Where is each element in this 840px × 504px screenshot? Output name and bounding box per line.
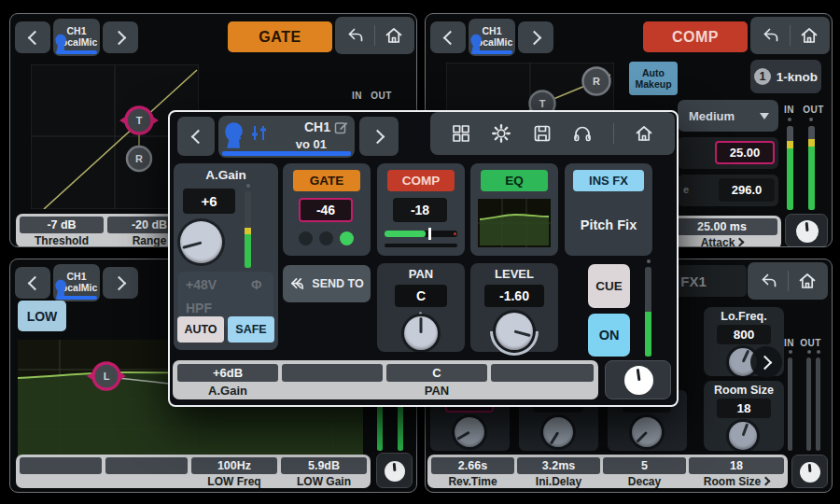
insfx-card[interactable]: INS FX Pitch Fix	[565, 163, 652, 256]
nav-box	[750, 17, 830, 54]
out-meter	[808, 126, 815, 210]
decay-knob[interactable]	[632, 417, 662, 447]
one-knob-button[interactable]: 1 1-knob	[750, 60, 821, 93]
out-meter-right	[816, 357, 820, 451]
back-icon[interactable]	[759, 271, 779, 291]
channel-name-button[interactable]: CH1 vo 01	[218, 116, 355, 158]
meter-peak-dot	[817, 350, 820, 354]
pan-value: C	[395, 285, 447, 307]
back-icon[interactable]	[345, 25, 366, 46]
footer-roomsize-value[interactable]: 18	[689, 457, 784, 474]
next-page-button[interactable]	[750, 346, 782, 378]
phase-icon[interactable]: Φ	[251, 277, 262, 292]
send-to-arrows-icon	[289, 277, 305, 291]
out-meter-left	[806, 357, 811, 451]
next-channel-button[interactable]	[359, 117, 399, 156]
prev-channel-button[interactable]	[15, 267, 50, 299]
param-row-threshold: 25.00	[678, 137, 778, 169]
footer-lowgain-value[interactable]: 5.9dB	[281, 457, 367, 474]
fader-param-footer: +6dB C A.Gain PAN	[173, 360, 598, 399]
prev-channel-button[interactable]	[177, 117, 215, 156]
pan-knob[interactable]	[404, 316, 438, 350]
hpf-label[interactable]: HPF	[186, 301, 212, 315]
monitor-headphones-icon[interactable]	[572, 123, 593, 144]
footer-revtime-label: Rev.Time	[431, 475, 514, 487]
channel-select-button[interactable]: CH1 VocalMic	[469, 19, 515, 56]
eq-card[interactable]: EQ	[470, 163, 558, 256]
footer-again-value[interactable]: +6dB	[177, 364, 278, 382]
home-icon[interactable]	[799, 25, 819, 46]
footer-decay-value[interactable]: 5	[603, 457, 686, 474]
back-icon[interactable]	[761, 25, 781, 46]
footer-revtime-value[interactable]: 2.66s	[431, 457, 514, 474]
param-row-ratio: e 296.0	[678, 175, 778, 206]
auto-makeup-button[interactable]: AutoMakeup	[629, 62, 678, 95]
gate-card[interactable]: GATE -46	[283, 163, 371, 256]
footer-lowfreq-value[interactable]: 100Hz	[191, 457, 277, 474]
again-knob[interactable]	[180, 221, 222, 263]
next-channel-button[interactable]	[518, 21, 553, 53]
low-band-handle-label: L	[104, 371, 110, 382]
footer-empty-cell[interactable]	[491, 364, 594, 382]
level-knob[interactable]	[496, 313, 533, 350]
home-icon[interactable]	[797, 271, 818, 291]
param-footer: 2.66s 3.2ms 5 18 Rev.Time Ini.Delay Deca…	[427, 455, 788, 488]
inidelay-knob[interactable]	[543, 417, 573, 447]
comp-toggle-button[interactable]: COMP	[643, 21, 748, 52]
chevron-right-icon	[111, 30, 126, 45]
send-to-button[interactable]: SEND TO	[283, 265, 371, 302]
roomsize-knob[interactable]	[729, 422, 757, 450]
gate-toggle-button[interactable]: GATE	[228, 21, 332, 52]
footer-empty-cell[interactable]	[105, 457, 188, 474]
footer-inidelay-value[interactable]: 3.2ms	[517, 457, 600, 474]
chevron-right-icon	[762, 477, 771, 486]
edit-name-icon[interactable]	[334, 120, 348, 134]
cue-button[interactable]: CUE	[588, 264, 630, 308]
gate-led-off	[299, 231, 313, 245]
prev-channel-button[interactable]	[15, 21, 50, 53]
param-label: Room Size	[704, 384, 784, 397]
gain-safe-button[interactable]: SAFE	[228, 316, 274, 343]
footer-threshold-value[interactable]: -7 dB	[20, 217, 104, 233]
next-channel-button[interactable]	[103, 21, 138, 53]
gain-auto-button[interactable]: AUTO	[177, 316, 224, 343]
selected-underline	[222, 151, 351, 156]
home-icon[interactable]	[384, 25, 404, 46]
chevron-right-icon	[111, 275, 126, 290]
phantom-label[interactable]: +48V	[186, 277, 217, 292]
level-label: LEVEL	[470, 267, 558, 281]
assignable-knob-indicator	[791, 455, 828, 488]
channel-select-button[interactable]: CH1 VocalMic	[53, 264, 100, 301]
footer-empty-cell[interactable]	[20, 457, 102, 474]
selected-param-value[interactable]: 25.00	[715, 141, 775, 164]
low-band-button[interactable]: LOW	[18, 301, 66, 331]
pan-center-tick	[419, 312, 422, 315]
analog-gain-card: A.Gain +6 +48V Φ HPF AUTO SAFE	[174, 163, 278, 350]
settings-gear-icon[interactable]	[491, 123, 511, 144]
param-footer: 100Hz 5.9dB LOW Freq LOW Gain	[16, 455, 371, 488]
chevron-right-icon	[735, 238, 745, 247]
footer-lowfreq-label: LOW Freq	[191, 475, 277, 487]
assignable-knob-indicator	[376, 453, 413, 488]
gate-threshold-value[interactable]: -46	[299, 198, 353, 222]
channel-select-button[interactable]: CH1 VocalMic	[53, 19, 100, 56]
on-button[interactable]: ON	[588, 314, 630, 357]
fader-icon	[251, 125, 270, 141]
knee-dropdown[interactable]: Medium	[678, 100, 778, 132]
comp-card[interactable]: COMP -18	[377, 163, 465, 256]
footer-pan-value[interactable]: C	[386, 364, 487, 382]
channel-meter	[645, 267, 651, 357]
footer-attack-value[interactable]: 25.00 ms	[666, 218, 777, 235]
screens-grid-icon[interactable]	[451, 123, 471, 144]
revtime-knob[interactable]	[455, 417, 484, 447]
footer-empty-cell[interactable]	[282, 364, 383, 382]
comp-on-badge: COMP	[387, 170, 455, 191]
gate-led-on	[340, 231, 354, 245]
save-icon[interactable]	[532, 123, 553, 144]
home-icon[interactable]	[634, 123, 654, 144]
next-channel-button[interactable]	[103, 267, 138, 299]
prev-channel-button[interactable]	[430, 21, 466, 53]
again-label: A.Gain	[174, 168, 278, 182]
dropdown-arrow-icon	[760, 113, 769, 119]
gate-led-off	[319, 231, 333, 245]
